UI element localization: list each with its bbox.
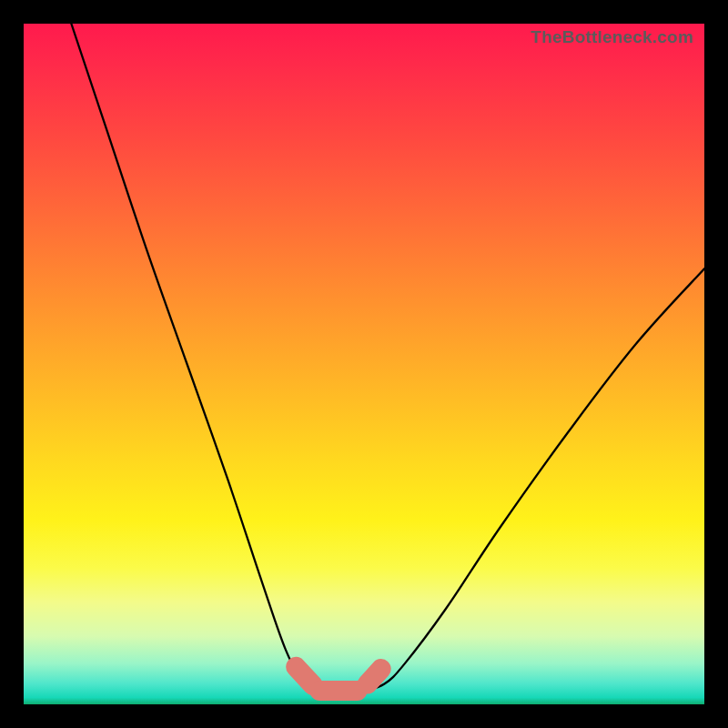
trough-left-nub <box>296 667 313 685</box>
left-curve <box>71 24 316 691</box>
right-curve <box>364 268 704 691</box>
chart-frame: TheBottleneck.com <box>24 24 704 704</box>
chart-svg <box>24 24 704 704</box>
trough-right-nub <box>368 669 381 683</box>
